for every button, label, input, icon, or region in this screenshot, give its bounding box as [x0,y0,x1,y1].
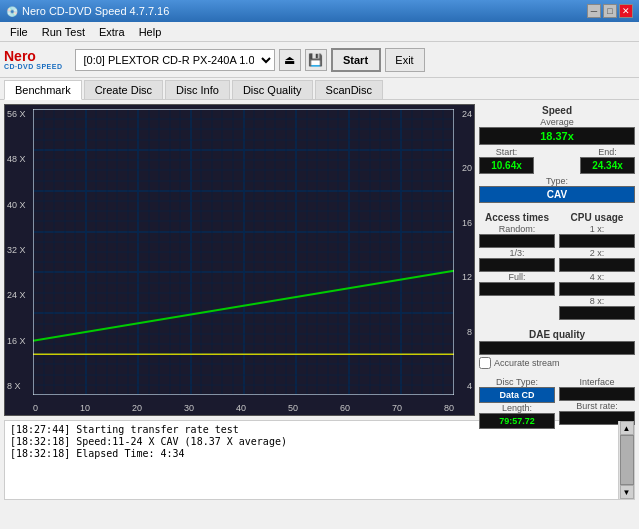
title-bar-left: 💿 Nero CD-DVD Speed 4.7.7.16 [6,5,169,17]
cpu-usage-section: CPU usage 1 x: 2 x: 4 x: 8 x: [559,211,635,320]
tab-disc-info[interactable]: Disc Info [165,80,230,99]
log-area: [18:27:44] Starting transfer rate test [… [4,420,635,500]
tab-benchmark[interactable]: Benchmark [4,80,82,100]
tab-create-disc[interactable]: Create Disc [84,80,163,99]
tab-bar: Benchmark Create Disc Disc Info Disc Qua… [0,78,639,100]
onethird-label: 1/3: [479,248,555,258]
cpu-x8-label: 8 x: [559,296,635,306]
title-bar-controls: ─ □ ✕ [587,4,633,18]
tab-disc-quality[interactable]: Disc Quality [232,80,313,99]
end-label: End: [580,147,635,157]
save-button[interactable]: 💾 [305,49,327,71]
type-value: CAV [479,186,635,203]
log-line-3: [18:32:18] Elapsed Time: 4:34 [10,448,613,459]
menu-file[interactable]: File [4,24,34,40]
access-times-section: Access times Random: 1/3: Full: [479,211,555,320]
window-title: Nero CD-DVD Speed 4.7.7.16 [22,5,169,17]
full-label: Full: [479,272,555,282]
cpu-x4-label: 4 x: [559,272,635,282]
log-line-2: [18:32:18] Speed:11-24 X CAV (18.37 X av… [10,436,613,447]
drive-selector[interactable]: [0:0] PLEXTOR CD-R PX-240A 1.00 [75,49,275,71]
eject-button[interactable]: ⏏ [279,49,301,71]
speed-chart [33,109,454,395]
random-label: Random: [479,224,555,234]
maximize-button[interactable]: □ [603,4,617,18]
cpu-x8-value [559,306,635,320]
menu-extra[interactable]: Extra [93,24,131,40]
menu-help[interactable]: Help [133,24,168,40]
onethird-value [479,258,555,272]
end-value: 24.34x [580,157,635,174]
menu-bar: File Run Test Extra Help [0,22,639,42]
log-scrollbar: ▲ ▼ [618,421,634,499]
start-button[interactable]: Start [331,48,381,72]
menu-run-test[interactable]: Run Test [36,24,91,40]
interface-title: Interface [559,377,635,387]
burst-label: Burst rate: [559,401,635,411]
scroll-down-button[interactable]: ▼ [620,485,634,499]
cdspeed-text: CD·DVD SPEED [4,63,63,70]
dae-value [479,341,635,355]
access-cpu-row: Access times Random: 1/3: Full: CPU usag… [479,211,635,320]
disc-type-title: Disc Type: [479,377,555,387]
start-label: Start: [479,147,534,157]
main-content: 56 X 48 X 40 X 32 X 24 X 16 X 8 X 24 20 … [0,100,639,420]
right-panel: Speed Average 18.37x Start: 10.64x End: … [479,100,639,420]
y-axis-left: 56 X 48 X 40 X 32 X 24 X 16 X 8 X [5,105,33,395]
average-label: Average [479,117,635,127]
start-value: 10.64x [479,157,534,174]
cpu-title: CPU usage [559,212,635,223]
cpu-x4-value [559,282,635,296]
accurate-stream-row: Accurate stream [479,357,635,369]
access-times-title: Access times [479,212,555,223]
close-button[interactable]: ✕ [619,4,633,18]
cpu-x2-label: 2 x: [559,248,635,258]
cpu-x1-value [559,234,635,248]
scroll-up-button[interactable]: ▲ [620,421,634,435]
dae-quality-section: DAE quality Accurate stream [479,328,635,369]
nero-logo: Nero CD·DVD SPEED [4,49,63,70]
y-axis-right: 24 20 16 12 8 4 [454,105,474,395]
exit-button[interactable]: Exit [385,48,425,72]
speed-title: Speed [479,105,635,116]
full-value [479,282,555,296]
length-label: Length: [479,403,555,413]
x-axis: 0 10 20 30 40 50 60 70 80 [33,403,454,413]
minimize-button[interactable]: ─ [587,4,601,18]
cpu-x2-value [559,258,635,272]
nero-text: Nero [4,49,36,63]
cpu-x1-label: 1 x: [559,224,635,234]
accurate-stream-label: Accurate stream [494,358,560,368]
log-line-1: [18:27:44] Starting transfer rate test [10,424,613,435]
tab-scan-disc[interactable]: ScanDisc [315,80,383,99]
scroll-thumb[interactable] [620,435,634,485]
chart-area: 56 X 48 X 40 X 32 X 24 X 16 X 8 X 24 20 … [4,104,475,416]
log-content: [18:27:44] Starting transfer rate test [… [5,421,618,499]
dae-title: DAE quality [479,329,635,340]
disc-type-value: Data CD [479,387,555,403]
accurate-stream-checkbox[interactable] [479,357,491,369]
random-value [479,234,555,248]
interface-value [559,387,635,401]
toolbar: Nero CD·DVD SPEED [0:0] PLEXTOR CD-R PX-… [0,42,639,78]
average-value: 18.37x [479,127,635,145]
type-label: Type: [479,176,635,186]
title-bar: 💿 Nero CD-DVD Speed 4.7.7.16 ─ □ ✕ [0,0,639,22]
speed-section: Speed Average 18.37x Start: 10.64x End: … [479,104,635,203]
